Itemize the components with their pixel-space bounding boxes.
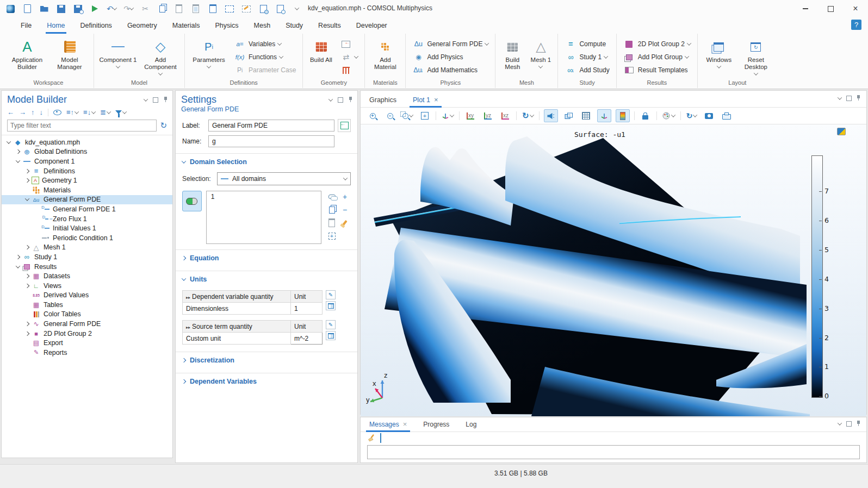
- close-tab-icon[interactable]: ×: [434, 96, 438, 104]
- update-plot-button[interactable]: ↻: [685, 110, 698, 122]
- zoom-to-selection-button[interactable]: +: [326, 230, 338, 242]
- add-material-button[interactable]: Add Material: [368, 37, 402, 72]
- expander-icon[interactable]: [25, 245, 29, 249]
- tree-item[interactable]: Mesh 1: [2, 243, 172, 253]
- tree-item[interactable]: Definitions: [2, 166, 172, 176]
- compute-button[interactable]: = Compute: [561, 38, 612, 50]
- copy-button[interactable]: [157, 3, 167, 14]
- tree-item[interactable]: Views: [2, 281, 172, 291]
- mesh-1-button[interactable]: △ Mesh 1: [527, 37, 554, 70]
- tree-item[interactable]: Color Tables: [2, 310, 172, 320]
- section-discretization[interactable]: Discretization: [176, 352, 357, 368]
- add-component-button[interactable]: ◇ Add Component: [140, 37, 181, 77]
- expand-all-button[interactable]: ≡↓: [83, 108, 95, 116]
- deselect-box-button[interactable]: [241, 3, 251, 14]
- tab-graphics[interactable]: Graphics: [368, 93, 398, 107]
- add-study-button[interactable]: ∞↓ Add Study: [561, 64, 612, 76]
- tree-item[interactable]: Materials: [2, 185, 172, 195]
- tree-item[interactable]: Export: [2, 338, 172, 348]
- select-box-button[interactable]: [225, 3, 234, 14]
- pin-panel-icon[interactable]: [857, 421, 861, 427]
- panel-menu-icon[interactable]: [328, 97, 333, 101]
- scene-light-button[interactable]: [544, 109, 558, 122]
- partition-button[interactable]: [337, 64, 361, 76]
- delete-button[interactable]: [208, 3, 218, 14]
- domain-selection-list[interactable]: 1: [206, 191, 321, 244]
- result-templates-button[interactable]: Result Templates: [620, 64, 694, 76]
- tree-item[interactable]: General Form PDE: [2, 319, 172, 329]
- pin-panel-icon[interactable]: [857, 95, 861, 101]
- menu-tab-geometry[interactable]: Geometry: [120, 18, 165, 33]
- plot-group-button[interactable]: 2D Plot Group 2: [620, 38, 694, 50]
- expander-icon[interactable]: [16, 264, 20, 268]
- expander-icon[interactable]: [25, 178, 29, 183]
- print-button[interactable]: [720, 110, 733, 122]
- tree-item[interactable]: General Form PDE 1: [2, 204, 172, 214]
- tree-item[interactable]: Periodic Condition 1: [2, 233, 172, 243]
- add-plot-group-button[interactable]: Add Plot Group: [620, 51, 694, 63]
- menu-tab-materials[interactable]: Materials: [165, 18, 208, 33]
- expander-icon[interactable]: [25, 168, 29, 173]
- quantity-cell[interactable]: Custom unit: [183, 333, 291, 345]
- messages-text-area[interactable]: [367, 445, 860, 459]
- view-yz-button[interactable]: yz: [481, 110, 494, 122]
- windows-button[interactable]: Windows: [701, 37, 737, 70]
- tree-item[interactable]: Datasets: [2, 271, 172, 281]
- parameter-case-button[interactable]: Pi Parameter Case: [231, 64, 299, 76]
- menu-tab-definitions[interactable]: Definitions: [73, 18, 120, 33]
- insert-unit-icon[interactable]: [326, 301, 336, 310]
- tree-item[interactable]: General Form PDE: [2, 195, 172, 205]
- clear-selection-button[interactable]: [339, 217, 351, 229]
- lock-view-button[interactable]: [639, 110, 652, 122]
- component-1-button[interactable]: Component 1: [97, 37, 139, 70]
- zoom-out-button[interactable]: −: [383, 110, 396, 122]
- unit-cell[interactable]: 1: [291, 303, 323, 315]
- minimize-button[interactable]: [793, 0, 818, 17]
- menu-tab-study[interactable]: Study: [278, 18, 311, 33]
- filter-button[interactable]: [115, 110, 126, 114]
- build-all-button[interactable]: Build All: [306, 37, 336, 65]
- tree-item[interactable]: Component 1: [2, 157, 172, 166]
- plot-thumbnail-icon[interactable]: [837, 128, 846, 135]
- move-down-button[interactable]: ↓: [40, 108, 44, 116]
- collapse-all-button[interactable]: ≡↑: [66, 108, 78, 116]
- menu-tab-home[interactable]: Home: [39, 18, 72, 33]
- zoom-box-button[interactable]: [401, 110, 414, 122]
- duplicate-button[interactable]: [191, 3, 201, 14]
- run-button[interactable]: [90, 3, 100, 14]
- save-as-button[interactable]: [73, 3, 83, 14]
- add-to-selection-button[interactable]: +: [339, 191, 351, 203]
- update-geometry-button[interactable]: ⇄: [337, 51, 361, 63]
- tree-item[interactable]: Results: [2, 262, 172, 272]
- tree-item[interactable]: Tables: [2, 300, 172, 310]
- tab-progress[interactable]: Progress: [422, 417, 450, 431]
- remove-from-selection-button[interactable]: −: [339, 204, 351, 216]
- menu-tab-file[interactable]: File: [13, 18, 39, 33]
- model-tree-nodes-button[interactable]: ≣: [100, 108, 110, 116]
- variables-button[interactable]: a= Variables: [231, 38, 299, 50]
- equation-view-button[interactable]: [338, 119, 351, 132]
- reset-desktop-button[interactable]: ↻ Reset Desktop: [738, 37, 774, 77]
- label-input[interactable]: [208, 120, 334, 132]
- pin-panel-icon[interactable]: [349, 97, 353, 103]
- clear-messages-button[interactable]: [367, 434, 375, 443]
- view-xz-button[interactable]: xz: [499, 110, 512, 122]
- open-in-window-button[interactable]: [380, 435, 381, 442]
- refresh-icon[interactable]: ↻: [160, 121, 167, 130]
- build-mesh-button[interactable]: Build Mesh: [499, 37, 526, 72]
- expander-icon[interactable]: [16, 149, 20, 154]
- menu-tab-mesh[interactable]: Mesh: [246, 18, 278, 33]
- help-button[interactable]: ?: [851, 20, 861, 30]
- tree-item[interactable]: kdv_equation.mph: [2, 137, 172, 147]
- panel-menu-icon[interactable]: [838, 421, 842, 425]
- open-button[interactable]: [39, 3, 49, 14]
- tab-plot-1[interactable]: Plot 1×: [412, 92, 439, 107]
- copy-selection-button[interactable]: [326, 204, 338, 216]
- expander-icon[interactable]: [25, 197, 29, 201]
- snapshot-button[interactable]: [703, 110, 716, 122]
- move-up-button[interactable]: ↑: [31, 108, 35, 116]
- expander-icon[interactable]: [7, 139, 11, 143]
- qat-customize-button[interactable]: [292, 3, 302, 14]
- edit-quantity-icon[interactable]: ✎: [326, 290, 336, 299]
- domain-list-item[interactable]: 1: [211, 193, 317, 201]
